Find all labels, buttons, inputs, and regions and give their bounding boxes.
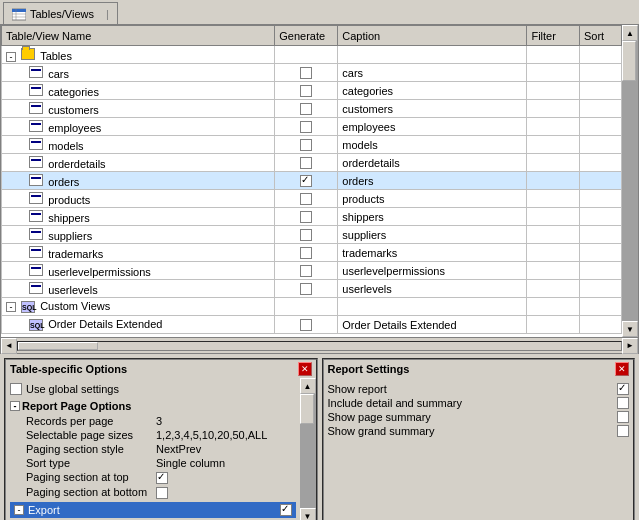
expand-icon[interactable]: - [6, 52, 16, 62]
caption-cell [338, 298, 527, 316]
generate-cell[interactable] [275, 136, 338, 154]
generate-cell [275, 46, 338, 64]
table-row[interactable]: orders orders [2, 172, 622, 190]
generate-checkbox[interactable] [300, 175, 312, 187]
h-scroll-track[interactable] [17, 341, 622, 351]
generate-cell[interactable] [275, 226, 338, 244]
filter-cell [527, 64, 580, 82]
table-row[interactable]: employees employees [2, 118, 622, 136]
grid-main[interactable]: Table/View Name Generate Caption Filter … [1, 25, 622, 337]
col-header-caption[interactable]: Caption [338, 26, 527, 46]
generate-cell[interactable] [275, 64, 338, 82]
show-report-checkbox[interactable] [617, 383, 629, 395]
table-row[interactable]: - Tables [2, 46, 622, 64]
generate-cell[interactable] [275, 118, 338, 136]
scroll-up-button[interactable]: ▲ [622, 25, 638, 41]
table-row[interactable]: categories categories [2, 82, 622, 100]
generate-checkbox[interactable] [300, 121, 312, 133]
table-row[interactable]: userlevels userlevels [2, 280, 622, 298]
scroll-down-button[interactable]: ▼ [622, 321, 638, 337]
generate-checkbox[interactable] [300, 139, 312, 151]
report-options-section-header[interactable]: - Report Page Options [10, 400, 296, 412]
h-scroll-thumb[interactable] [18, 342, 98, 350]
generate-checkbox[interactable] [300, 67, 312, 79]
paging-bottom-checkbox[interactable] [156, 487, 168, 499]
generate-cell[interactable] [275, 208, 338, 226]
generate-cell[interactable] [275, 190, 338, 208]
table-icon [29, 102, 43, 114]
horizontal-scrollbar[interactable]: ◄ ► [1, 337, 638, 353]
paging-top-checkbox[interactable] [156, 472, 168, 484]
left-scroll-down-button[interactable]: ▼ [300, 508, 316, 520]
export-expand-icon[interactable]: - [14, 505, 24, 515]
generate-checkbox[interactable] [300, 85, 312, 97]
vertical-scrollbar[interactable]: ▲ ▼ [622, 25, 638, 337]
col-header-name[interactable]: Table/View Name [2, 26, 275, 46]
col-header-generate[interactable]: Generate [275, 26, 338, 46]
generate-cell[interactable] [275, 172, 338, 190]
expand-icon[interactable]: - [6, 302, 16, 312]
table-row[interactable]: orderdetails orderdetails [2, 154, 622, 172]
table-row[interactable]: cars cars [2, 64, 622, 82]
sort-cell [579, 244, 621, 262]
generate-checkbox[interactable] [300, 319, 312, 331]
left-panel-close-button[interactable]: ✕ [298, 362, 312, 376]
row-name-cell: cars [2, 64, 275, 82]
sort-cell [579, 100, 621, 118]
table-row[interactable]: shippers shippers [2, 208, 622, 226]
generate-checkbox[interactable] [300, 211, 312, 223]
right-panel-close-button[interactable]: ✕ [615, 362, 629, 376]
include-detail-checkbox[interactable] [617, 397, 629, 409]
table-row[interactable]: customers customers [2, 100, 622, 118]
generate-cell[interactable] [275, 100, 338, 118]
sort-cell [579, 190, 621, 208]
row-name-cell: userlevelpermissions [2, 262, 275, 280]
generate-cell[interactable] [275, 82, 338, 100]
right-panel: Report Settings ✕ Show report Include de… [322, 358, 636, 520]
table-row[interactable]: - SQL Custom Views [2, 298, 622, 316]
scroll-track[interactable] [622, 41, 638, 321]
generate-checkbox[interactable] [300, 283, 312, 295]
left-scroll-up-button[interactable]: ▲ [300, 378, 316, 394]
table-row[interactable]: suppliers suppliers [2, 226, 622, 244]
generate-cell[interactable] [275, 316, 338, 334]
show-grand-summary-checkbox[interactable] [617, 425, 629, 437]
generate-checkbox[interactable] [300, 265, 312, 277]
show-page-summary-checkbox[interactable] [617, 411, 629, 423]
table-row[interactable]: products products [2, 190, 622, 208]
scroll-left-button[interactable]: ◄ [1, 338, 17, 354]
grid-header-row: Table/View Name Generate Caption Filter … [2, 26, 622, 46]
left-scroll-track[interactable] [300, 394, 316, 508]
generate-cell[interactable] [275, 280, 338, 298]
export-checkbox[interactable] [280, 504, 292, 516]
col-header-filter[interactable]: Filter [527, 26, 580, 46]
table-row[interactable]: models models [2, 136, 622, 154]
generate-cell[interactable] [275, 262, 338, 280]
generate-checkbox[interactable] [300, 193, 312, 205]
scroll-thumb[interactable] [622, 41, 636, 81]
tables-views-tab[interactable]: Tables/Views | [3, 2, 118, 24]
left-panel-scrollbar[interactable]: ▲ ▼ [300, 378, 316, 520]
table-row[interactable]: userlevelpermissions userlevelpermission… [2, 262, 622, 280]
use-global-checkbox[interactable] [10, 383, 22, 395]
table-row[interactable]: trademarks trademarks [2, 244, 622, 262]
paging-top-value [156, 471, 296, 484]
table-icon [29, 156, 43, 168]
generate-cell[interactable] [275, 154, 338, 172]
generate-checkbox[interactable] [300, 247, 312, 259]
filter-cell [527, 316, 580, 334]
row-name-cell: SQL Order Details Extended [2, 316, 275, 334]
generate-cell[interactable] [275, 244, 338, 262]
table-row[interactable]: SQL Order Details Extended Order Details… [2, 316, 622, 334]
col-header-sort[interactable]: Sort [579, 26, 621, 46]
caption-cell: userlevelpermissions [338, 262, 527, 280]
generate-checkbox[interactable] [300, 229, 312, 241]
export-section-header[interactable]: - Export [10, 502, 296, 518]
generate-checkbox[interactable] [300, 103, 312, 115]
row-label: Order Details Extended [48, 318, 162, 330]
generate-checkbox[interactable] [300, 157, 312, 169]
left-scroll-thumb[interactable] [300, 394, 314, 424]
show-page-summary-row: Show page summary [328, 410, 630, 424]
section-expand-icon[interactable]: - [10, 401, 20, 411]
scroll-right-button[interactable]: ► [622, 338, 638, 354]
